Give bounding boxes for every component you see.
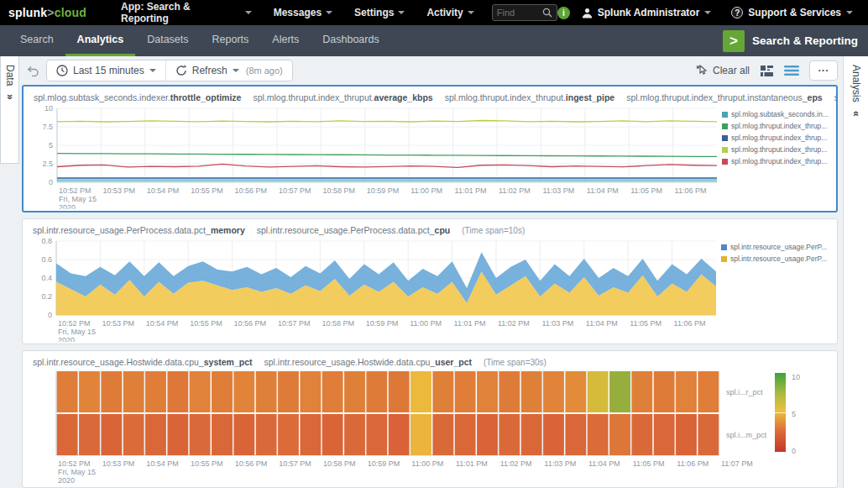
metric-name[interactable]: spl.intr.resource_usage.Hostwide.data.cp… bbox=[33, 357, 253, 367]
tab-analytics[interactable]: Analytics bbox=[65, 25, 136, 56]
analysis-tab-label[interactable]: Analysis bbox=[850, 65, 862, 102]
area-chart[interactable]: 10:52 PMFri, May 15202010:53 PM10:54 PM1… bbox=[28, 236, 721, 342]
legend-item[interactable]: spl.mlog.thruput.index_thrup... bbox=[722, 157, 829, 165]
svg-text:10:54 PM: 10:54 PM bbox=[146, 319, 179, 328]
metric-name[interactable]: spl.mlog.thruput.index_thruput.insta bbox=[834, 92, 836, 102]
legend-swatch bbox=[722, 135, 728, 141]
svg-text:11:05 PM: 11:05 PM bbox=[633, 459, 665, 468]
clear-all-button[interactable]: Clear all bbox=[696, 65, 750, 76]
time-range-label: Last 15 minutes bbox=[73, 65, 144, 76]
chart-panel-perprocess[interactable]: spl.intr.resource_usage.PerProcess.data.… bbox=[22, 218, 838, 344]
chart-legend: spl.mlog.subtask_seconds.in...spl.mlog.t… bbox=[722, 103, 829, 209]
refresh-control[interactable]: Refresh (8m ago) bbox=[165, 60, 292, 81]
svg-text:10:58 PM: 10:58 PM bbox=[322, 319, 354, 328]
list-view-icon bbox=[784, 65, 799, 76]
svg-text:0: 0 bbox=[48, 311, 52, 319]
svg-text:11:06 PM: 11:06 PM bbox=[677, 459, 709, 468]
app-icon[interactable]: > bbox=[723, 30, 745, 52]
splunk-cloud-logo[interactable]: splunk>cloud bbox=[8, 6, 86, 19]
metric-name[interactable]: spl.mlog.thruput.index_thruput.average_k… bbox=[253, 92, 432, 102]
chevron-down-icon bbox=[468, 11, 474, 14]
metric-name[interactable]: spl.mlog.subtask_seconds.indexer.throttl… bbox=[34, 92, 241, 102]
list-view-button[interactable] bbox=[784, 65, 799, 76]
panel-title: spl.intr.resource_usage.Hostwide.data.cp… bbox=[23, 351, 837, 368]
metric-name[interactable]: spl.intr.resource_usage.PerProcess.data.… bbox=[257, 225, 451, 235]
svg-text:10:57 PM: 10:57 PM bbox=[279, 186, 311, 195]
more-actions-button[interactable]: ... bbox=[809, 60, 838, 81]
topbar-right: i Splunk Administrator ? Support & Servi… bbox=[557, 0, 861, 25]
tab-reports[interactable]: Reports bbox=[201, 25, 261, 56]
svg-text:11:00 PM: 11:00 PM bbox=[410, 186, 442, 195]
tab-dashboards[interactable]: Dashboards bbox=[311, 25, 390, 56]
svg-text:10:52 PM: 10:52 PM bbox=[58, 319, 91, 328]
chart-panel-hostwide[interactable]: spl.intr.resource_usage.Hostwide.data.cp… bbox=[22, 350, 838, 488]
find-box[interactable] bbox=[492, 4, 557, 21]
svg-text:11:02 PM: 11:02 PM bbox=[498, 319, 530, 328]
svg-text:10:57 PM: 10:57 PM bbox=[278, 319, 311, 328]
legend-swatch bbox=[721, 244, 727, 250]
svg-text:11:03 PM: 11:03 PM bbox=[542, 186, 574, 195]
svg-text:10:58 PM: 10:58 PM bbox=[323, 459, 356, 468]
grid-view-button[interactable] bbox=[760, 65, 774, 77]
legend-swatch bbox=[722, 112, 728, 118]
undo-button[interactable] bbox=[27, 66, 39, 76]
metric-name[interactable]: spl.mlog.thruput.index_thruput.ingest_pi… bbox=[445, 92, 615, 102]
metric-name[interactable]: spl.intr.resource_usage.Hostwide.data.cp… bbox=[264, 357, 473, 367]
svg-text:11:07 PM: 11:07 PM bbox=[721, 459, 753, 468]
user-menu[interactable]: Splunk Administrator bbox=[573, 0, 720, 25]
line-chart[interactable]: 10:52 PMFri, May 15202010:53 PM10:54 PM1… bbox=[29, 103, 722, 209]
svg-text:11:02 PM: 11:02 PM bbox=[500, 459, 532, 468]
toolbar-right: Clear all ... bbox=[696, 60, 838, 81]
time-range-picker[interactable]: Last 15 minutes bbox=[47, 60, 165, 81]
chart-panel-mlog-metrics[interactable]: spl.mlog.subtask_seconds.indexer.throttl… bbox=[22, 85, 838, 213]
legend-item[interactable]: spl.mlog.thruput.index_thrup... bbox=[722, 134, 829, 142]
tab-datasets[interactable]: Datasets bbox=[135, 25, 200, 56]
metric-name[interactable]: spl.mlog.thruput.index_thruput.instantan… bbox=[626, 92, 823, 102]
data-panel-toggle[interactable]: Data » bbox=[0, 56, 19, 164]
color-scale-bar bbox=[775, 373, 786, 452]
left-gutter: Data » bbox=[0, 56, 22, 488]
support-menu[interactable]: ? Support & Services bbox=[723, 0, 861, 25]
svg-text:10:59 PM: 10:59 PM bbox=[368, 459, 400, 468]
find-input[interactable] bbox=[497, 8, 539, 18]
panel-body: 10:52 PMFri, May 15202010:53 PM10:54 PM1… bbox=[23, 236, 837, 344]
undo-icon bbox=[27, 66, 39, 76]
menu-app[interactable]: App: Search & Reporting bbox=[110, 0, 263, 25]
legend-item[interactable]: spl.mlog.thruput.index_thrup... bbox=[722, 145, 829, 154]
svg-text:11:04 PM: 11:04 PM bbox=[586, 319, 618, 328]
svg-text:10:54 PM: 10:54 PM bbox=[146, 459, 179, 468]
svg-text:2020: 2020 bbox=[58, 476, 75, 485]
heatmap-chart[interactable]: 10:52 PMFri, May 15202010:53 PM10:54 PM1… bbox=[28, 368, 775, 485]
timespan-note: (Time span=30s) bbox=[484, 358, 546, 367]
svg-text:11:06 PM: 11:06 PM bbox=[674, 319, 706, 328]
user-name: Splunk Administrator bbox=[598, 7, 700, 18]
timespan-note: (Time span=10s) bbox=[462, 226, 525, 235]
info-icon[interactable]: i bbox=[557, 7, 570, 19]
analytics-toolbar: Last 15 minutes Refresh (8m ago) Clear a… bbox=[22, 56, 838, 85]
legend-item[interactable]: spl.mlog.thruput.index_thrup... bbox=[722, 122, 829, 130]
topbar: splunk>cloud App: Search & ReportingMess… bbox=[0, 0, 868, 25]
tab-alerts[interactable]: Alerts bbox=[260, 25, 311, 56]
expand-right-icon[interactable]: » bbox=[4, 94, 16, 100]
time-refresh-group: Last 15 minutes Refresh (8m ago) bbox=[46, 60, 293, 81]
search-icon[interactable] bbox=[542, 8, 552, 18]
app-navbar: SearchAnalyticsDatasetsReportsAlertsDash… bbox=[0, 25, 868, 56]
svg-text:11:05 PM: 11:05 PM bbox=[630, 186, 662, 195]
tab-search[interactable]: Search bbox=[8, 25, 65, 56]
workspace: Data » Last 15 minutes Refresh (8m ago) bbox=[0, 56, 868, 488]
legend-item[interactable]: spl.mlog.subtask_seconds.in... bbox=[722, 110, 829, 118]
data-tab-label: Data bbox=[4, 65, 16, 86]
menu-activity[interactable]: Activity bbox=[416, 0, 484, 25]
legend-swatch bbox=[722, 147, 728, 153]
logo-gt: > bbox=[47, 6, 54, 19]
metric-name[interactable]: spl.intr.resource_usage.PerProcess.data.… bbox=[33, 225, 245, 235]
legend-item[interactable]: spl.intr.resource_usage.PerP... bbox=[721, 243, 829, 251]
legend-item[interactable]: spl.intr.resource_usage.PerP... bbox=[721, 254, 829, 263]
menu-settings[interactable]: Settings bbox=[343, 0, 416, 25]
expand-left-icon[interactable]: « bbox=[850, 111, 862, 117]
svg-text:11:04 PM: 11:04 PM bbox=[588, 459, 620, 468]
grid-view-icon bbox=[760, 65, 774, 77]
svg-text:11:00 PM: 11:00 PM bbox=[411, 459, 443, 468]
svg-text:11:00 PM: 11:00 PM bbox=[410, 319, 442, 328]
menu-messages[interactable]: Messages bbox=[263, 0, 343, 25]
